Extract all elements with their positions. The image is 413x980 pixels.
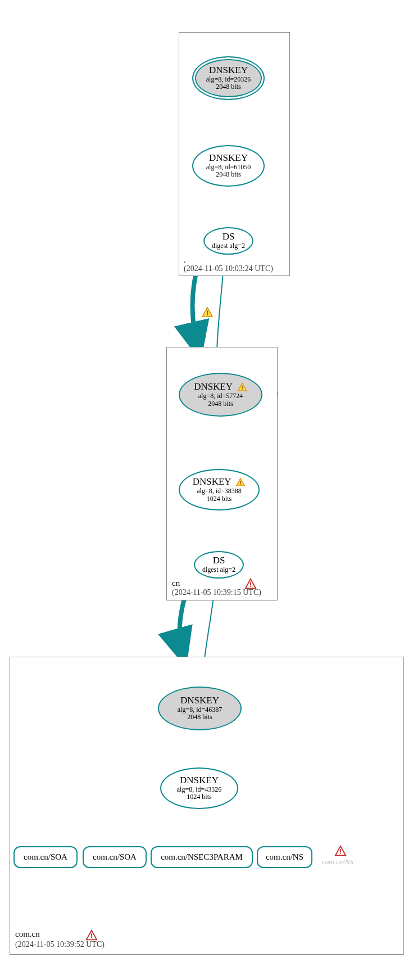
svg-rect-12 [250,582,251,585]
svg-rect-10 [240,481,242,484]
node-title: DNSKEY [209,153,248,164]
svg-rect-6 [207,310,208,314]
node-title: DS [223,232,235,242]
node-title: DS [213,556,225,566]
node-cn-ds[interactable]: DS digest alg=2 [194,551,244,579]
error-icon [85,929,98,942]
zone-comcn-label: com.cn [15,929,40,939]
node-root-zsk[interactable]: DNSKEY alg=8, id=61050 2048 bits [192,145,265,187]
node-title: DNSKEY [180,775,219,786]
error-icon [244,578,257,590]
node-sub2: 2048 bits [216,171,240,179]
node-sub2: 2048 bits [216,83,240,91]
node-root-ksk[interactable]: DNSKEY alg=8, id=20326 2048 bits [192,56,265,100]
svg-rect-9 [242,389,243,390]
node-sub1: digest alg=2 [212,242,245,250]
warning-icon [201,306,214,319]
node-comcn-zsk[interactable]: DNSKEY alg=8, id=43326 1024 bits [160,767,238,809]
node-sub1: alg=8, id=46387 [178,706,223,714]
node-cn-zsk[interactable]: DNSKEY alg=8, id=38388 1024 bits [179,469,260,511]
node-sub1: alg=8, id=57724 [198,392,243,400]
node-sub2: 2048 bits [208,400,233,408]
rrset-soa2[interactable]: com.cn/SOA [83,846,147,868]
node-sub1: alg=8, id=38388 [197,487,242,495]
zone-root-time: (2024-11-05 10:03:24 UTC) [184,264,273,273]
svg-rect-14 [340,849,341,852]
node-sub1: digest alg=2 [202,566,235,574]
node-sub2: 1024 bits [187,793,211,801]
node-sub1: alg=8, id=20326 [206,76,251,84]
node-root-ds[interactable]: DS digest alg=2 [203,227,253,255]
svg-rect-7 [207,314,208,315]
svg-rect-17 [91,937,92,938]
svg-rect-13 [250,586,251,587]
warning-icon [237,382,247,392]
error-icon [334,845,347,857]
zone-cn-label: cn [172,579,180,588]
node-sub1: alg=8, id=61050 [206,164,251,171]
rrset-ns[interactable]: com.cn/NS [257,846,312,868]
node-sub1: alg=8, id=43326 [177,786,222,794]
node-title: DNSKEY [193,477,246,487]
node-sub2: 2048 bits [187,713,212,721]
rrset-ns-error-label: com.cn/NS [322,857,353,866]
warning-icon [235,477,246,487]
zone-root-label: . [184,255,186,265]
rrset-nsec3param[interactable]: com.cn/NSEC3PARAM [151,846,253,868]
svg-rect-8 [242,386,243,389]
rrset-soa1[interactable]: com.cn/SOA [13,846,78,868]
node-sub2: 1024 bits [207,495,232,503]
node-title: DNSKEY [194,382,247,392]
node-cn-ksk[interactable]: DNSKEY alg=8, id=57724 2048 bits [179,373,262,417]
svg-rect-16 [91,933,92,937]
svg-rect-11 [240,484,242,485]
node-title: DNSKEY [180,696,219,706]
node-comcn-ksk[interactable]: DNSKEY alg=8, id=46387 2048 bits [158,687,242,730]
svg-rect-15 [340,853,341,854]
node-title: DNSKEY [209,65,248,76]
